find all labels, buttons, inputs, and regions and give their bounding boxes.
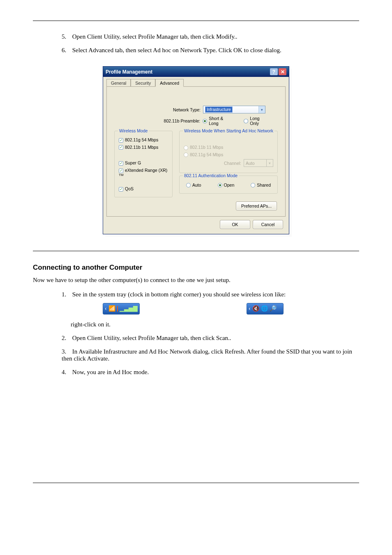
radio-icon (184, 153, 188, 157)
wireless-mode-group: Wireless Mode 802.11g 54 Mbps 802.11b 11… (114, 131, 173, 197)
spacer (119, 152, 168, 158)
signal-bars-icon: ▁▃▅▇ (120, 305, 138, 312)
wm-80211b[interactable]: 802.11b 11 Mbps (119, 145, 168, 150)
auth-mode-group: 802.11 Authentication Mode Auto Open Sha… (179, 176, 278, 194)
radio-icon (203, 119, 207, 123)
wireless-mode-col: Wireless Mode 802.11g 54 Mbps 802.11b 11… (113, 128, 174, 200)
radio-icon (184, 146, 188, 150)
checkbox-icon (119, 138, 123, 143)
speaker-mute-icon: 🔇 (252, 305, 259, 312)
preamble-long-label: Long Only (250, 116, 270, 126)
step-6-text: Select Advanced tab, then select Ad hoc … (72, 47, 281, 53)
network-type-select[interactable]: Infrastructure ▾ (203, 106, 265, 113)
top-rule (33, 21, 359, 21)
dialog-title: Profile Management (106, 69, 152, 75)
tm-mark: TM (119, 173, 124, 177)
s2-step-num-3: 3. (62, 348, 71, 355)
s2-step1-text: See in the system tray (clock in bottom … (72, 291, 286, 298)
dialog-button-row: OK Cancel (106, 217, 286, 229)
radio-icon (218, 183, 222, 187)
step-num-5: 5. (62, 33, 71, 40)
titlebar: Profile Management ? ✕ (103, 67, 289, 77)
step-5-text: Open Client Utility, select Profile Mana… (72, 33, 238, 40)
s2-step-num-4: 4. (62, 369, 71, 376)
wm-superg[interactable]: Super G (119, 160, 168, 166)
preferred-aps-button[interactable]: Preferred APs... (236, 201, 277, 210)
systray-icon-right: ‹ 🔇 🌐 🔎 (247, 303, 284, 314)
auth-open[interactable]: Open (218, 183, 235, 187)
channel-row: Channel: Auto ▾ (184, 159, 273, 167)
systray-examples: ‹ 📶 ▁▃▅▇ ‹ 🔇 🌐 🔎 (103, 303, 359, 314)
preamble-row: 802.11b Preamble: Short & Long Long Only (113, 116, 279, 126)
network-type-value: Infrastructure (205, 106, 233, 113)
adhoc-mode-legend: Wireless Mode When Starting Ad Hoc Netwo… (183, 128, 274, 133)
preferred-aps-row: Preferred APs... (113, 200, 279, 210)
s2-step1-text2: right-click on it. (71, 321, 111, 328)
network-type-row: Network Type: Infrastructure ▾ (113, 106, 279, 113)
wm-qos[interactable]: QoS (119, 186, 168, 192)
auth-legend: 802.11 Authentication Mode (183, 173, 239, 178)
s2-step-1: 1. See in the system tray (clock in bott… (62, 291, 359, 298)
systray-right: ‹ 🔇 🌐 🔎 (247, 303, 284, 314)
auth-shared[interactable]: Shared (251, 183, 271, 187)
s2-step-num-2: 2. (62, 335, 71, 342)
preamble-label: 802.11b Preamble: (113, 118, 203, 123)
step-5: 5. Open Client Utility, select Profile M… (62, 33, 359, 40)
channel-label: Channel: (224, 161, 241, 166)
s2-step-2: 2. Open Client Utility, select Profile M… (62, 335, 359, 342)
adhoc-80211g: 802.11g 54 Mbps (184, 152, 273, 157)
s2-step3-text: In Available Infrastructure and Ad Hoc N… (62, 348, 352, 362)
bottom-rule (33, 483, 359, 483)
close-button[interactable]: ✕ (279, 68, 286, 75)
cancel-button[interactable]: Cancel (253, 220, 283, 229)
help-button[interactable]: ? (270, 68, 278, 75)
back-arrow-icon: ‹ (249, 305, 251, 312)
ok-button[interactable]: OK (220, 220, 250, 229)
step-6: 6. Select Advanced tab, then select Ad h… (62, 47, 359, 54)
chevron-down-icon: ▾ (258, 106, 265, 113)
mid-rule (33, 251, 359, 251)
s2-step1-cont: right-click on it. (71, 321, 359, 328)
adhoc-auth-col: Wireless Mode When Starting Ad Hoc Netwo… (178, 128, 279, 200)
section-heading-connecting: Connecting to another Computer (33, 264, 359, 272)
s2-step2-text: Open Client Utility, select Profile Mana… (72, 335, 231, 341)
radio-icon (251, 183, 255, 187)
spacer (119, 180, 168, 184)
preamble-short-long[interactable]: Short & Long (203, 116, 234, 126)
auth-row: Auto Open Shared (184, 183, 273, 187)
channel-value: Auto (246, 161, 255, 166)
radio-icon (186, 183, 191, 187)
globe-icon: 🌐 (261, 305, 268, 312)
section2-intro: Now we have to setup the other computer(… (33, 276, 359, 284)
s2-step-3: 3. In Available Infrastructure and Ad Ho… (62, 348, 359, 362)
wireless-mode-legend: Wireless Mode (118, 128, 149, 133)
back-arrow-icon: ‹ (105, 305, 107, 312)
step-num-6: 6. (62, 47, 71, 54)
checkbox-icon (119, 187, 123, 192)
preamble-long-only[interactable]: Long Only (244, 116, 270, 126)
preamble-short-label: Short & Long (209, 116, 234, 126)
auth-auto[interactable]: Auto (186, 183, 201, 187)
checkbox-icon (119, 169, 123, 173)
dialog-body: General Security Advanced Network Type: … (103, 77, 289, 234)
advanced-panel: Network Type: Infrastructure ▾ 802.11b P… (106, 86, 286, 217)
tab-advanced[interactable]: Advanced (155, 79, 184, 87)
radio-icon (244, 119, 248, 123)
tabs: General Security Advanced (106, 79, 286, 87)
dialog-screenshot: Profile Management ? ✕ General Security … (103, 66, 289, 234)
network-type-label: Network Type: (113, 107, 203, 112)
wm-80211g[interactable]: 802.11g 54 Mbps (119, 137, 168, 143)
tab-security[interactable]: Security (131, 79, 155, 86)
mode-columns: Wireless Mode 802.11g 54 Mbps 802.11b 11… (113, 128, 279, 200)
checkbox-icon (119, 161, 123, 166)
checkbox-icon (119, 145, 123, 150)
wm-xr[interactable]: eXtended Range (XR) TM (119, 168, 168, 178)
systray-icon-left: ‹ 📶 ▁▃▅▇ (103, 303, 140, 314)
titlebar-buttons: ? ✕ (270, 68, 286, 75)
search-icon: 🔎 (270, 305, 277, 312)
tab-general[interactable]: General (106, 79, 131, 86)
adhoc-mode-group: Wireless Mode When Starting Ad Hoc Netwo… (179, 131, 278, 173)
s2-step-num-1: 1. (62, 291, 71, 298)
s2-step-4: 4. Now, you are in Ad Hoc mode. (62, 369, 359, 376)
adhoc-80211b: 802.11b 11 Mbps (184, 145, 273, 150)
